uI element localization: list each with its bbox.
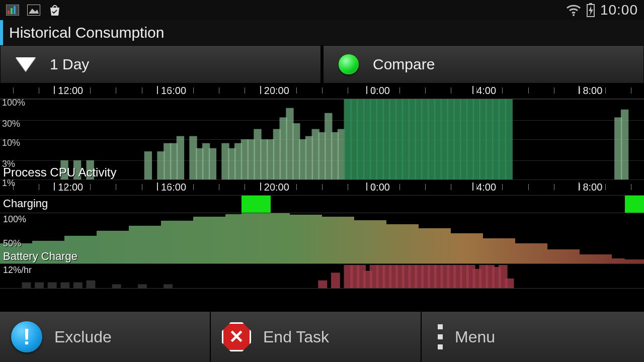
charts-container: 12:0016:0020:000:004:008:00 100%30%10%3%…	[0, 83, 644, 289]
svg-rect-9	[589, 3, 592, 5]
end-task-label: End Task	[263, 328, 329, 346]
wifi-icon	[566, 4, 581, 16]
compare-button[interactable]: Compare	[323, 45, 644, 83]
menu-label: Menu	[455, 328, 495, 346]
battery-charging-icon	[586, 3, 595, 17]
svg-rect-71	[35, 283, 44, 289]
info-circle-icon: !	[11, 321, 42, 352]
gallery-icon	[27, 5, 40, 16]
battery-y-100: 100%	[3, 214, 26, 225]
svg-rect-80	[331, 273, 340, 288]
cpu-chart-label: Process CPU Activity	[3, 165, 116, 179]
svg-rect-1	[8, 11, 10, 14]
svg-rect-14	[144, 151, 152, 179]
status-bar: 10:00	[0, 0, 644, 20]
exclude-button[interactable]: ! Exclude	[0, 312, 210, 362]
range-label: 1 Day	[50, 56, 89, 73]
drain-rate-label: 12%/hr	[3, 265, 32, 276]
svg-rect-72	[48, 283, 57, 289]
svg-rect-2	[11, 8, 13, 14]
tab-row: 1 Day Compare	[0, 45, 644, 83]
svg-rect-74	[73, 283, 83, 289]
svg-rect-70	[22, 283, 31, 289]
svg-marker-5	[29, 9, 39, 14]
svg-rect-78	[164, 284, 173, 288]
svg-rect-18	[177, 136, 184, 179]
svg-rect-106	[505, 279, 514, 288]
clock-text: 10:00	[600, 2, 638, 18]
svg-rect-69	[621, 110, 628, 179]
time-axis-cpu: 12:0016:0020:000:004:008:00	[0, 83, 644, 99]
stop-icon: ✕	[222, 322, 251, 351]
shop-check-icon	[48, 4, 61, 17]
svg-rect-77	[138, 284, 147, 288]
svg-marker-10	[589, 6, 593, 16]
page-title: Historical Consumption	[0, 20, 644, 45]
exclude-label: Exclude	[54, 328, 112, 346]
range-selector[interactable]: 1 Day	[0, 45, 321, 83]
compare-label: Compare	[373, 56, 435, 73]
cpu-chart[interactable]: 100%30%10%3%1% Process CPU Activity	[0, 99, 644, 180]
svg-rect-22	[209, 148, 216, 179]
charging-strip[interactable]: Charging	[0, 196, 644, 213]
svg-rect-67	[505, 99, 513, 179]
battery-chart-label: Battery Charge	[3, 250, 77, 263]
svg-rect-3	[14, 6, 16, 14]
time-axis-battery: 12:0016:0020:000:004:008:00	[0, 180, 644, 196]
svg-point-7	[573, 14, 575, 16]
battery-chart[interactable]: 100% 50% Battery Charge	[0, 213, 644, 264]
svg-rect-76	[112, 284, 121, 288]
svg-rect-75	[87, 281, 96, 288]
bottom-bar: ! Exclude ✕ End Task Menu	[0, 312, 644, 362]
dropdown-icon	[16, 57, 36, 71]
compare-orb-icon	[339, 54, 359, 74]
svg-rect-73	[60, 283, 69, 289]
battery-y-50: 50%	[3, 238, 21, 249]
svg-rect-79	[318, 281, 327, 288]
drain-chart[interactable]: 12%/hr	[0, 264, 644, 289]
end-task-button[interactable]: ✕ End Task	[211, 312, 421, 362]
app-icon	[6, 5, 19, 16]
menu-dots-icon	[438, 324, 443, 349]
charging-label: Charging	[3, 197, 48, 210]
menu-button[interactable]: Menu	[422, 312, 644, 362]
